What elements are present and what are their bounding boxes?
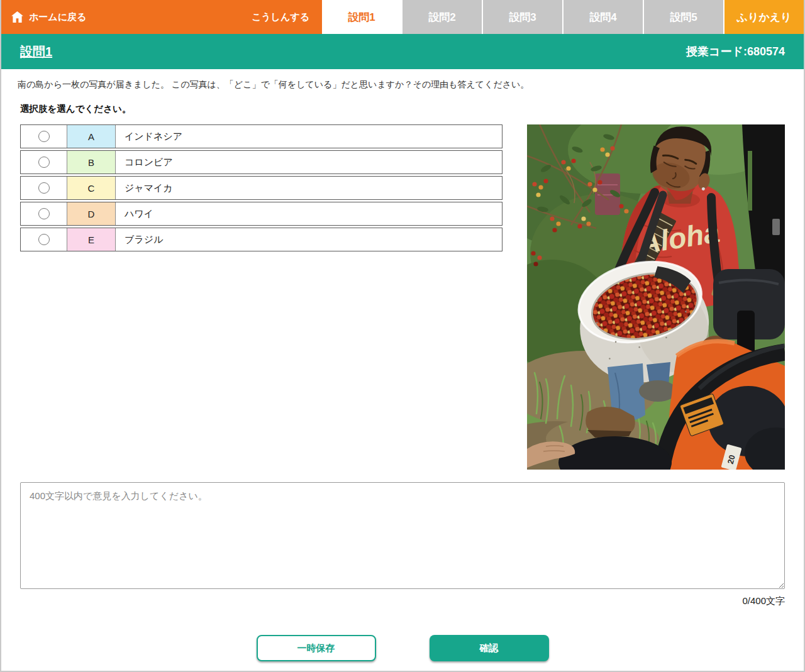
tab-question-5[interactable]: 設問5 — [644, 0, 723, 34]
choice-label: インドネシア — [116, 125, 502, 148]
tab-question-3[interactable]: 設問3 — [483, 0, 562, 34]
char-counter: 0/400文字 — [20, 595, 785, 607]
home-label: ホームに戻る — [29, 11, 86, 23]
choice-label: ブラジル — [116, 228, 502, 251]
opinion-textarea[interactable] — [20, 482, 785, 589]
section-header: 設問1 授業コード:680574 — [1, 34, 804, 69]
choice-radio-cell — [21, 177, 67, 199]
choice-letter: D — [67, 202, 116, 225]
question-text: 南の島から一枚の写真が届きました。 この写真は、「どこ」で「何をしている」だと思… — [18, 79, 785, 91]
choice-radio-cell — [21, 228, 67, 251]
choice-label: ハワイ — [116, 202, 502, 225]
coffee-picker-photo-illustration: Aloha — [527, 124, 785, 470]
tab-question-2[interactable]: 設問2 — [402, 0, 482, 34]
content-row: A インドネシア B コロンビア C ジャマイカ — [20, 124, 785, 470]
tab-review[interactable]: ふりかえり — [724, 0, 804, 34]
section-title[interactable]: 設問1 — [20, 43, 52, 60]
choice-row-d[interactable]: D ハワイ — [20, 202, 502, 226]
choice-row-b[interactable]: B コロンビア — [20, 150, 502, 174]
choice-row-c[interactable]: C ジャマイカ — [20, 176, 502, 200]
choice-label: コロンビア — [116, 151, 502, 174]
topbar: ホームに戻る こうしんする 設問1 設問2 設問3 設問4 設問5 ふりかえり — [1, 0, 804, 34]
question-tabs: 設問1 設問2 設問3 設問4 設問5 ふりかえり — [322, 0, 804, 34]
choice-letter: C — [67, 177, 116, 199]
choice-radio-cell — [21, 125, 67, 148]
choice-label: ジャマイカ — [116, 177, 502, 199]
quiz-page: ホームに戻る こうしんする 設問1 設問2 設問3 設問4 設問5 ふりかえり … — [0, 0, 805, 672]
temp-save-button[interactable]: 一時保存 — [257, 635, 376, 661]
question-photo: Aloha — [527, 124, 785, 470]
choice-radio-b[interactable] — [38, 157, 50, 168]
update-button[interactable]: こうしんする — [239, 0, 322, 34]
choice-instruction: 選択肢を選んでください。 — [20, 103, 785, 115]
choice-letter: E — [67, 228, 116, 251]
choice-radio-cell — [21, 202, 67, 225]
choice-radio-a[interactable] — [38, 131, 50, 142]
choice-radio-d[interactable] — [38, 208, 50, 219]
tab-question-1[interactable]: 設問1 — [322, 0, 401, 34]
home-icon — [11, 11, 23, 23]
tab-question-4[interactable]: 設問4 — [564, 0, 643, 34]
choice-letter: B — [67, 151, 116, 174]
choice-letter: A — [67, 125, 116, 148]
choice-radio-cell — [21, 151, 67, 174]
choice-row-a[interactable]: A インドネシア — [20, 124, 502, 148]
confirm-button[interactable]: 確認 — [430, 635, 549, 661]
main-content: 南の島から一枚の写真が届きました。 この写真は、「どこ」で「何をしている」だと思… — [1, 79, 804, 661]
choice-row-e[interactable]: E ブラジル — [20, 228, 502, 251]
action-buttons: 一時保存 確認 — [20, 635, 785, 661]
choice-radio-e[interactable] — [38, 234, 50, 245]
class-code: 授業コード:680574 — [686, 44, 785, 59]
home-button[interactable]: ホームに戻る — [1, 0, 96, 34]
choices-table: A インドネシア B コロンビア C ジャマイカ — [20, 124, 502, 251]
choice-radio-c[interactable] — [38, 182, 50, 194]
